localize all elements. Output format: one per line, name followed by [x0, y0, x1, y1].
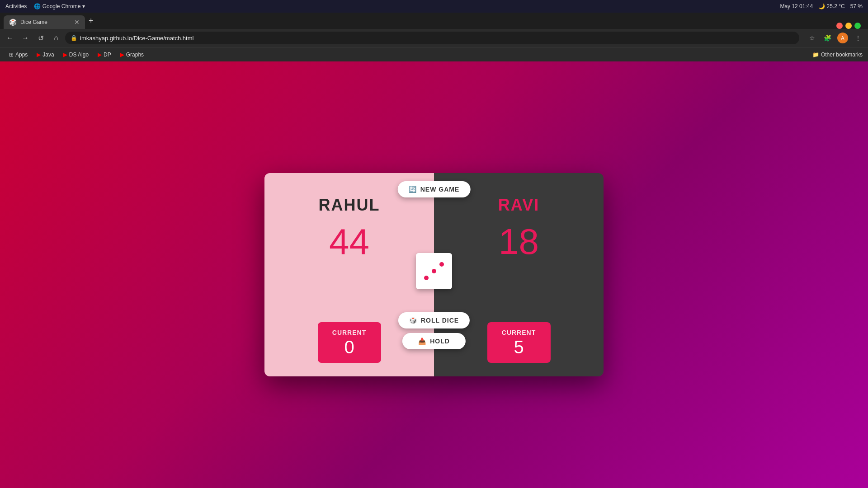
new-game-icon: 🔄 — [409, 186, 417, 193]
player-left-current-value: 0 — [344, 338, 354, 356]
browser-icon: 🌐 — [34, 3, 41, 9]
page-background: RAHUL 44 CURRENT 0 RAVI 18 CURRENT 5 — [0, 61, 868, 488]
youtube-icon-ds: ▶ — [63, 52, 67, 58]
player-right-name: RAVI — [498, 196, 539, 215]
player-left-current-label: CURRENT — [332, 329, 366, 336]
home-button[interactable]: ⌂ — [50, 32, 62, 44]
browser-label[interactable]: 🌐 Google Chrome ▾ — [34, 3, 85, 9]
temp-label: 🌙 25.2 °C — [818, 3, 845, 9]
extensions-button[interactable]: 🧩 — [821, 32, 834, 44]
reload-button[interactable]: ↺ — [34, 32, 47, 44]
lock-icon: 🔒 — [71, 35, 77, 41]
forward-button[interactable]: → — [19, 32, 32, 44]
player-right-current-box: CURRENT 5 — [487, 322, 551, 363]
os-bar-right: May 12 01:44 🌙 25.2 °C 57 % — [780, 3, 863, 9]
new-game-area: 🔄 NEW GAME — [398, 181, 471, 197]
game-card: RAHUL 44 CURRENT 0 RAVI 18 CURRENT 5 — [264, 173, 604, 376]
hold-icon: 📥 — [418, 338, 426, 345]
bookmark-graphs[interactable]: ▶ Graphs — [117, 50, 147, 59]
nav-actions: ☆ 🧩 A ⋮ — [806, 32, 864, 44]
hold-label: HOLD — [430, 338, 450, 345]
address-bar[interactable]: 🔒 imkashyap.github.io/Dice-Game/match.ht… — [65, 32, 799, 44]
svg-point-2 — [424, 276, 429, 280]
apps-icon: ⊞ — [9, 52, 14, 58]
bookmark-dp-label: DP — [104, 52, 111, 58]
battery-label: 57 % — [850, 3, 863, 9]
bookmarks-bar: ⊞ Apps ▶ Java ▶ DS Algo ▶ DP ▶ Graphs 📁 … — [0, 47, 868, 61]
action-buttons: 🎲 ROLL DICE 📥 HOLD — [398, 312, 470, 349]
os-bar: Activities 🌐 Google Chrome ▾ May 12 01:4… — [0, 0, 868, 13]
dice-face — [418, 255, 450, 287]
nav-bar: ← → ↺ ⌂ 🔒 imkashyap.github.io/Dice-Game/… — [0, 29, 868, 47]
active-tab[interactable]: 🎲 Dice Game ✕ — [4, 15, 85, 29]
svg-point-0 — [439, 262, 444, 267]
folder-icon: 📁 — [812, 52, 819, 58]
bookmark-dp[interactable]: ▶ DP — [94, 50, 115, 59]
bookmark-apps[interactable]: ⊞ Apps — [5, 50, 31, 59]
youtube-icon-java: ▶ — [37, 52, 41, 58]
tab-favicon: 🎲 — [9, 19, 17, 26]
player-right-current-label: CURRENT — [502, 329, 536, 336]
close-window-btn[interactable] — [836, 23, 843, 29]
tab-title: Dice Game — [20, 19, 47, 25]
roll-dice-button[interactable]: 🎲 ROLL DICE — [398, 312, 470, 328]
bookmark-ds-algo[interactable]: ▶ DS Algo — [60, 50, 92, 59]
player-left-current-box: CURRENT 0 — [318, 322, 381, 363]
new-game-label: NEW GAME — [420, 186, 460, 193]
bookmark-java-label: Java — [42, 52, 54, 58]
datetime-label: May 12 01:44 — [780, 3, 813, 9]
youtube-icon-dp: ▶ — [98, 52, 102, 58]
browser-frame: 🎲 Dice Game ✕ + ← → ↺ ⌂ 🔒 imkashyap.gith… — [0, 13, 868, 61]
roll-dice-icon: 🎲 — [409, 317, 417, 324]
player-right-score: 18 — [499, 224, 539, 260]
os-bar-left: Activities 🌐 Google Chrome ▾ — [5, 3, 85, 9]
dice — [416, 253, 452, 289]
player-left-score: 44 — [329, 224, 369, 260]
bookmark-graphs-label: Graphs — [126, 52, 144, 58]
new-game-button[interactable]: 🔄 NEW GAME — [398, 181, 471, 197]
player-left-name: RAHUL — [319, 196, 380, 215]
profile-button[interactable]: A — [836, 32, 849, 44]
tab-bar: 🎲 Dice Game ✕ + — [0, 13, 868, 29]
bookmark-ds-label: DS Algo — [69, 52, 89, 58]
profile-avatar: A — [837, 33, 848, 43]
back-button[interactable]: ← — [4, 32, 16, 44]
bookmark-java[interactable]: ▶ Java — [33, 50, 57, 59]
bookmark-apps-label: Apps — [15, 52, 28, 58]
player-right-current-value: 5 — [514, 338, 524, 356]
hold-button[interactable]: 📥 HOLD — [402, 333, 466, 349]
other-bookmarks[interactable]: 📁 Other bookmarks — [812, 52, 863, 58]
bookmark-star-button[interactable]: ☆ — [806, 32, 818, 44]
roll-dice-label: ROLL DICE — [421, 317, 459, 324]
activities-label[interactable]: Activities — [5, 3, 27, 9]
address-text: imkashyap.github.io/Dice-Game/match.html — [80, 35, 193, 42]
youtube-icon-graphs: ▶ — [120, 52, 124, 58]
window-controls — [836, 23, 861, 29]
minimize-window-btn[interactable] — [845, 23, 852, 29]
maximize-window-btn[interactable] — [854, 23, 861, 29]
svg-point-1 — [432, 269, 436, 273]
extensions-icon: 🧩 — [824, 34, 831, 42]
tab-close-button[interactable]: ✕ — [74, 19, 80, 26]
new-tab-button[interactable]: + — [85, 16, 97, 26]
menu-button[interactable]: ⋮ — [852, 32, 864, 44]
